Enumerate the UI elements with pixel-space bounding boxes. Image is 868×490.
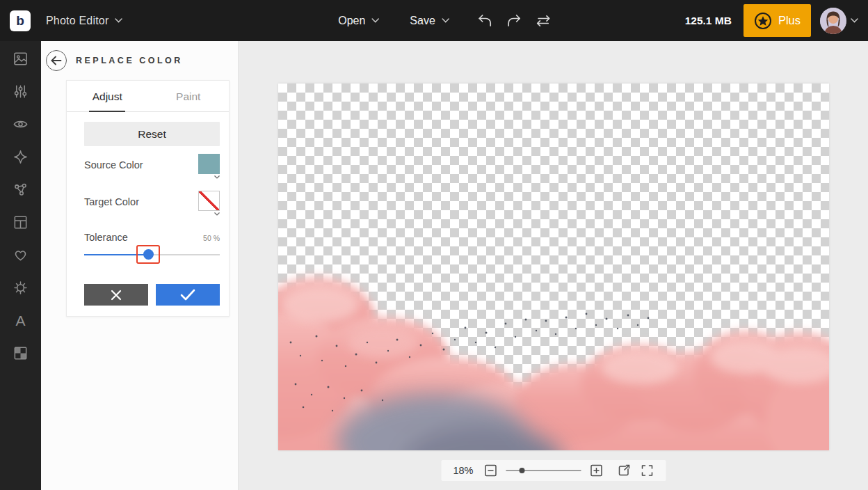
canvas-area: 18% (239, 41, 868, 490)
card-body: Reset Source Color Target Color (67, 112, 229, 316)
chevron-down-icon (442, 18, 449, 23)
compare-button[interactable] (534, 12, 552, 30)
zoom-slider[interactable] (506, 466, 581, 475)
memory-usage: 125.1 MB (685, 15, 732, 27)
eye-icon (13, 116, 29, 132)
source-color-swatch[interactable] (198, 154, 220, 174)
plus-square-icon (590, 464, 603, 477)
undo-button[interactable] (476, 12, 494, 30)
panel-tabs: Adjust Paint (67, 81, 229, 112)
zoom-slider-track[interactable] (506, 470, 581, 471)
adjustments-tool[interactable] (13, 84, 29, 100)
zoom-slider-thumb[interactable] (520, 468, 525, 473)
heart-icon (13, 247, 29, 263)
open-menu[interactable]: Open (338, 15, 379, 27)
arrow-left-icon (51, 56, 62, 65)
target-color-label: Target Color (84, 196, 139, 207)
compare-icon (535, 13, 552, 29)
topbar-right: 125.1 MB Plus (685, 4, 868, 37)
panel-header: REPLACE COLOR (41, 41, 238, 71)
check-icon (180, 289, 195, 301)
topbar: b Photo Editor Open Save (0, 0, 868, 41)
canvas[interactable] (278, 84, 829, 450)
back-button[interactable] (46, 50, 67, 71)
chevron-down-icon (115, 18, 122, 23)
plus-label: Plus (778, 14, 801, 27)
app-logo[interactable]: b (10, 10, 31, 31)
undo-icon (476, 13, 493, 29)
elements-tool[interactable] (13, 182, 29, 198)
open-label: Open (338, 15, 365, 27)
reset-button[interactable]: Reset (84, 122, 220, 146)
tool-rail: A (0, 41, 41, 490)
tool-options-panel: REPLACE COLOR Adjust Paint Reset Source … (41, 41, 239, 490)
app-title: Photo Editor (46, 15, 108, 27)
chevron-down-icon (214, 175, 220, 179)
account-menu[interactable] (820, 8, 858, 34)
panel-title: REPLACE COLOR (76, 56, 183, 65)
tolerance-label: Tolerance (84, 232, 128, 243)
slider-fill (84, 254, 148, 255)
topbar-center: Open Save (338, 12, 552, 30)
clouds-image (278, 84, 829, 450)
photo-editor-app: b Photo Editor Open Save (0, 0, 868, 490)
sliders-icon (13, 84, 29, 100)
star-badge-icon (754, 12, 772, 30)
favorites-tool[interactable] (13, 247, 29, 263)
panel-actions (84, 284, 220, 306)
checker-pattern-icon (13, 345, 29, 361)
text-tool[interactable]: A (13, 313, 29, 329)
tab-paint[interactable]: Paint (148, 81, 230, 111)
chevron-down-icon (851, 18, 858, 23)
retouch-tool[interactable] (13, 116, 29, 132)
fit-screen-button[interactable] (618, 464, 632, 477)
target-color-swatch[interactable] (198, 191, 220, 211)
zoom-toolbar: 18% (441, 460, 666, 481)
add-image-tool[interactable] (13, 51, 29, 67)
source-color-row: Source Color (84, 154, 220, 183)
apply-button[interactable] (156, 284, 220, 306)
target-color-row: Target Color (84, 191, 220, 220)
zoom-level[interactable]: 18% (453, 465, 473, 476)
zoom-in-button[interactable] (590, 464, 603, 477)
logo-glyph: b (16, 13, 24, 29)
replace-color-card: Adjust Paint Reset Source Color Target C… (66, 80, 230, 317)
topbar-left: b Photo Editor (0, 10, 122, 31)
text-icon: A (15, 313, 25, 328)
redo-button[interactable] (505, 12, 523, 30)
save-menu[interactable]: Save (410, 15, 449, 27)
layout-tool[interactable] (13, 214, 29, 230)
close-icon (110, 289, 122, 301)
dispersion-tool[interactable] (13, 345, 29, 361)
nodes-icon (13, 182, 29, 198)
fit-screen-icon (618, 464, 632, 477)
gear-icon (13, 280, 29, 296)
target-color-picker[interactable] (198, 191, 220, 216)
cancel-button[interactable] (84, 284, 148, 306)
layout-icon (13, 214, 29, 230)
source-color-picker[interactable] (198, 154, 220, 179)
zoom-out-button[interactable] (485, 464, 497, 477)
settings-tool[interactable] (13, 280, 29, 296)
avatar (820, 8, 846, 34)
minus-square-icon (485, 464, 497, 477)
view-buttons (618, 464, 654, 477)
history-icons (476, 12, 552, 30)
save-label: Save (410, 15, 435, 27)
tolerance-slider[interactable] (84, 245, 220, 264)
plus-button[interactable]: Plus (744, 4, 811, 37)
source-color-label: Source Color (84, 159, 143, 171)
tolerance-slider-thumb[interactable] (143, 249, 154, 260)
fullscreen-button[interactable] (641, 464, 654, 477)
tolerance-value: 50 % (203, 234, 220, 242)
chevron-down-icon (371, 18, 379, 23)
sparkle-icon (13, 149, 29, 165)
image-icon (13, 51, 29, 67)
redo-icon (506, 13, 522, 29)
tab-adjust[interactable]: Adjust (67, 81, 148, 111)
fullscreen-icon (641, 464, 654, 477)
effects-tool[interactable] (13, 149, 29, 165)
chevron-down-icon (214, 212, 220, 216)
tolerance-row: Tolerance 50 % (84, 232, 220, 243)
app-title-menu[interactable]: Photo Editor (46, 15, 122, 27)
